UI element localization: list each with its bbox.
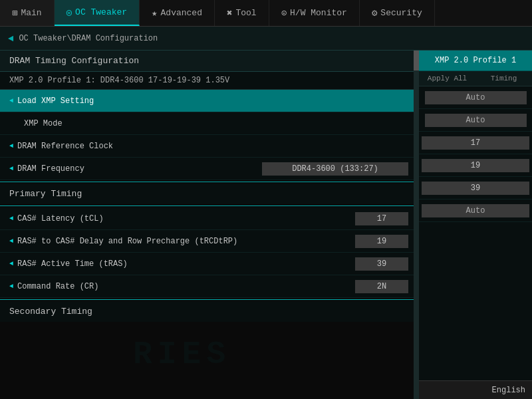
section-title: DRAM Timing Configuration [0,51,418,72]
row-indicator-3: ◄ [9,165,13,172]
tab-main-label: Main [21,8,41,18]
oc-icon: ◎ [66,7,72,18]
hw-icon: ⊙ [281,7,287,19]
row-indicator-5: ◄ [9,237,13,245]
trcdtrp-value[interactable]: 19 [355,235,408,248]
right-cr-row: Auto [419,200,532,222]
timing-header: Timing [475,71,532,86]
bottom-bar: English [419,380,532,399]
divider-2 [0,205,418,206]
right-trcdtrp-row: 19 [419,154,532,177]
top-nav: ⊞ Main ◎ OC Tweaker ★ Advanced ✖ Tool ⊙ … [0,0,532,27]
dram-ref-label: DRAM Reference Clock [17,142,408,151]
dram-ref-clock-row[interactable]: ◄ DRAM Reference Clock [0,135,418,158]
tras-label: RAS# Active Time (tRAS) [17,259,355,269]
right-tcl-row: 17 [419,132,532,154]
tab-advanced[interactable]: ★ Advanced [140,0,215,26]
row-indicator: ◄ [9,97,13,104]
trcdtrp-label: RAS# to CAS# Delay and Row Precharge (tR… [17,237,355,246]
row-indicator-6: ◄ [9,260,13,267]
right-trcdtrp-value[interactable]: 19 [422,159,529,172]
xmp-mode-row[interactable]: XMP Mode [0,112,418,135]
tab-tool-label: Tool [235,8,256,18]
tool-icon: ✖ [227,7,232,19]
tab-security-label: Security [380,8,422,18]
scroll-thumb[interactable] [414,51,419,70]
xmp-mode-label: XMP Mode [24,119,408,128]
tab-security[interactable]: ⚙ Security [360,0,435,26]
secondary-timing-header: Secondary Timing [0,301,418,322]
dram-freq-label: DRAM Frequency [17,164,262,174]
row-indicator-7: ◄ [9,283,13,290]
primary-timing-header: Primary Timing [0,184,418,204]
tras-row[interactable]: ◄ RAS# Active Time (tRAS) 39 [0,253,418,275]
right-tras-value[interactable]: 39 [422,182,529,195]
apply-all-header: Apply All [419,71,475,86]
trcdtrp-row[interactable]: ◄ RAS# to CAS# Delay and Row Precharge (… [0,230,418,253]
tcl-label: CAS# Latency (tCL) [17,214,355,223]
right-tcl-value[interactable]: 17 [422,136,529,150]
breadcrumb: ◄ OC Tweaker\DRAM Configuration [0,27,532,51]
tcl-row[interactable]: ◄ CAS# Latency (tCL) 17 [0,207,418,230]
right-tras-row: 39 [419,177,532,200]
main-content: DRAM Timing Configuration XMP 2.0 Profil… [0,51,532,399]
breadcrumb-text: OC Tweaker\DRAM Configuration [19,34,158,43]
cr-row[interactable]: ◄ Command Rate (CR) 2N [0,275,418,298]
dram-freq-value[interactable]: DDR4-3600 (133:27) [262,162,408,176]
tras-value[interactable]: 39 [355,257,408,271]
right-auto-row-2: Auto [419,109,532,132]
right-auto-value-1[interactable]: Auto [425,91,527,104]
cr-label: Command Rate (CR) [17,282,355,291]
tcl-value[interactable]: 17 [355,212,408,225]
tab-oc-label: OC Tweaker [75,7,127,17]
load-xmp-setting-row[interactable]: ◄ Load XMP Setting [0,90,418,112]
divider-3 [0,299,418,300]
right-auto-row-1: Auto [419,86,532,109]
tab-hwmonitor[interactable]: ⊙ H/W Monitor [269,0,360,26]
load-xmp-label: Load XMP Setting [17,96,408,106]
main-icon: ⊞ [12,7,17,19]
tab-advanced-label: Advanced [161,8,202,18]
right-auto-value-2[interactable]: Auto [425,114,527,127]
xmp-profile-button[interactable]: XMP 2.0 Profile 1 [419,51,532,71]
advanced-icon: ★ [152,7,157,19]
tab-main[interactable]: ⊞ Main [0,0,55,26]
divider-1 [0,182,418,182]
left-panel: DRAM Timing Configuration XMP 2.0 Profil… [0,51,419,399]
right-panel: XMP 2.0 Profile 1 Apply All Timing Auto … [419,51,532,399]
back-icon[interactable]: ◄ [8,33,13,44]
row-indicator-4: ◄ [9,215,13,222]
language-label: English [492,386,525,395]
xmp-profile-info: XMP 2.0 Profile 1: DDR4-3600 17-19-19-39… [0,72,418,90]
tab-tool[interactable]: ✖ Tool [215,0,269,26]
row-indicator-2: ◄ [9,142,13,150]
security-icon: ⚙ [372,7,377,19]
dram-freq-row[interactable]: ◄ DRAM Frequency DDR4-3600 (133:27) [0,158,418,180]
right-cr-value[interactable]: Auto [422,204,529,217]
right-panel-spacer [419,222,532,382]
tab-hwmonitor-label: H/W Monitor [290,8,347,18]
right-panel-headers: Apply All Timing [419,71,532,86]
scrollbar[interactable] [414,51,419,399]
cr-value[interactable]: 2N [355,280,408,293]
tab-oc-tweaker[interactable]: ◎ OC Tweaker [55,0,140,26]
